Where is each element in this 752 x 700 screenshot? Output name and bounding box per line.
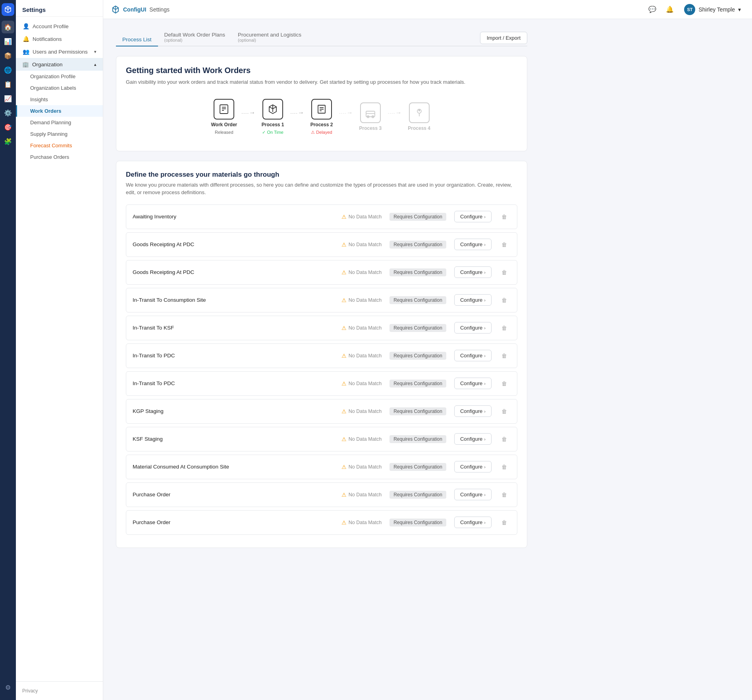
rail-home-icon[interactable]: 🏠 (2, 21, 14, 33)
rail-settings-icon[interactable]: ⚙ (2, 681, 14, 694)
sidebar-sub-label-org-labels: Organization Labels (30, 85, 76, 91)
delete-button[interactable]: 🗑 (498, 266, 511, 279)
no-data-match: ⚠ No Data Match (341, 492, 382, 498)
rail-chart-icon[interactable]: 📊 (2, 35, 14, 48)
sidebar-footer-privacy[interactable]: Privacy (16, 681, 103, 700)
sidebar-item-forecast-commits[interactable]: Forecast Commits (16, 140, 103, 151)
process4-icon-box (409, 102, 430, 123)
sidebar-item-work-orders[interactable]: Work Orders (16, 105, 103, 117)
delete-button[interactable]: 🗑 (498, 433, 511, 445)
configure-chevron-icon: › (484, 409, 486, 414)
trash-icon: 🗑 (501, 436, 507, 442)
configure-button[interactable]: Configure › (454, 266, 492, 278)
tab-default-wo-label: Default Work Order Plans (164, 32, 226, 38)
no-data-match: ⚠ No Data Match (341, 297, 382, 303)
no-data-text: No Data Match (349, 297, 382, 303)
process-step-work-order: Work Order Released (208, 99, 240, 135)
requires-config-badge: Requires Configuration (389, 435, 446, 443)
delete-button[interactable]: 🗑 (498, 461, 511, 473)
topbar-chat-icon[interactable]: 💬 (646, 3, 659, 16)
delete-button[interactable]: 🗑 (498, 405, 511, 418)
configure-button[interactable]: Configure › (454, 489, 492, 500)
tab-procurement[interactable]: Procurement and Logistics (optional) (231, 29, 308, 46)
requires-config-badge: Requires Configuration (389, 463, 446, 471)
process-row: In-Transit To KSF ⚠ No Data Match Requir… (126, 316, 517, 340)
svg-point-12 (418, 110, 420, 111)
sidebar-item-org-profile[interactable]: Organization Profile (16, 71, 103, 82)
delete-button[interactable]: 🗑 (498, 322, 511, 334)
configure-button[interactable]: Configure › (454, 378, 492, 389)
configure-button[interactable]: Configure › (454, 322, 492, 334)
delete-button[interactable]: 🗑 (498, 210, 511, 223)
configure-button[interactable]: Configure › (454, 433, 492, 445)
requires-config-badge: Requires Configuration (389, 268, 446, 276)
configure-chevron-icon: › (484, 492, 486, 497)
configure-button[interactable]: Configure › (454, 211, 492, 222)
no-data-match: ⚠ No Data Match (341, 436, 382, 442)
tab-default-work-order[interactable]: Default Work Order Plans (optional) (158, 29, 232, 46)
work-order-sublabel: Released (215, 130, 233, 135)
configure-chevron-icon: › (484, 270, 486, 275)
requires-config-badge: Requires Configuration (389, 324, 446, 332)
warn-icon: ⚠ (341, 353, 347, 359)
delete-button[interactable]: 🗑 (498, 238, 511, 251)
configure-button[interactable]: Configure › (454, 350, 492, 361)
rail-globe-icon[interactable]: 🌐 (2, 64, 14, 76)
sidebar-item-purchase-orders[interactable]: Purchase Orders (16, 151, 103, 163)
requires-config-badge: Requires Configuration (389, 352, 446, 360)
app-logo[interactable] (2, 3, 14, 16)
rail-puzzle-icon[interactable]: 🧩 (2, 135, 14, 148)
configure-button[interactable]: Configure › (454, 517, 492, 528)
topbar-user-menu[interactable]: ST Shirley Temple ▾ (681, 2, 744, 17)
process-row: Goods Receipting At PDC ⚠ No Data Match … (126, 260, 517, 285)
sidebar-item-org-labels[interactable]: Organization Labels (16, 82, 103, 94)
import-export-button[interactable]: Import / Export (480, 32, 527, 44)
delete-button[interactable]: 🗑 (498, 377, 511, 390)
no-data-text: No Data Match (349, 214, 382, 220)
no-data-text: No Data Match (349, 520, 382, 525)
tab-process-list[interactable]: Process List (116, 33, 158, 46)
getting-started-desc: Gain visibility into your work orders an… (126, 78, 517, 86)
sidebar-item-demand-planning[interactable]: Demand Planning (16, 117, 103, 128)
tab-process-list-label: Process List (122, 37, 152, 42)
work-order-icon-box (214, 99, 234, 120)
delete-button[interactable]: 🗑 (498, 488, 511, 501)
user-initials: ST (687, 7, 692, 12)
delete-button[interactable]: 🗑 (498, 349, 511, 362)
requires-config-badge: Requires Configuration (389, 519, 446, 526)
configure-button[interactable]: Configure › (454, 294, 492, 306)
configure-label: Configure (460, 325, 482, 331)
account-profile-icon: 👤 (22, 23, 29, 29)
rail-graph-icon[interactable]: 📈 (2, 92, 14, 105)
configure-label: Configure (460, 464, 482, 470)
process-row: KGP Staging ⚠ No Data Match Requires Con… (126, 399, 517, 424)
rail-list-icon[interactable]: 📋 (2, 78, 14, 91)
sidebar: Settings 👤 Account Profile 🔔 Notificatio… (16, 0, 103, 700)
configure-button[interactable]: Configure › (454, 239, 492, 250)
sidebar-item-users-permissions[interactable]: 👥 Users and Permissions ▾ (16, 45, 103, 58)
delete-button[interactable]: 🗑 (498, 516, 511, 529)
rail-box-icon[interactable]: 📦 (2, 49, 14, 62)
sidebar-item-notifications[interactable]: 🔔 Notifications (16, 33, 103, 45)
rail-target-icon[interactable]: 🎯 (2, 121, 14, 133)
topbar-bell-icon[interactable]: 🔔 (663, 3, 676, 16)
process-row-name: Awaiting Inventory (133, 214, 337, 220)
configure-chevron-icon: › (484, 214, 486, 219)
tab-procurement-label: Procurement and Logistics (238, 32, 301, 38)
sidebar-group-organization[interactable]: 🏢 Organization ▴ (16, 58, 103, 71)
process-row-name: Purchase Order (133, 519, 337, 525)
delete-button[interactable]: 🗑 (498, 294, 511, 307)
process-row: Purchase Order ⚠ No Data Match Requires … (126, 482, 517, 507)
configure-label: Configure (460, 492, 482, 498)
configure-button[interactable]: Configure › (454, 405, 492, 417)
sidebar-item-supply-planning[interactable]: Supply Planning (16, 128, 103, 140)
org-chevron-icon: ▴ (94, 62, 96, 67)
rail-layers-icon[interactable]: ⚙️ (2, 106, 14, 119)
sidebar-item-insights[interactable]: Insights (16, 94, 103, 105)
topbar-settings-label: Settings (149, 6, 170, 13)
configure-chevron-icon: › (484, 465, 486, 469)
configure-button[interactable]: Configure › (454, 461, 492, 472)
configure-label: Configure (460, 436, 482, 442)
process-row: Material Consumed At Consumption Site ⚠ … (126, 455, 517, 479)
sidebar-item-account-profile[interactable]: 👤 Account Profile (16, 20, 103, 33)
